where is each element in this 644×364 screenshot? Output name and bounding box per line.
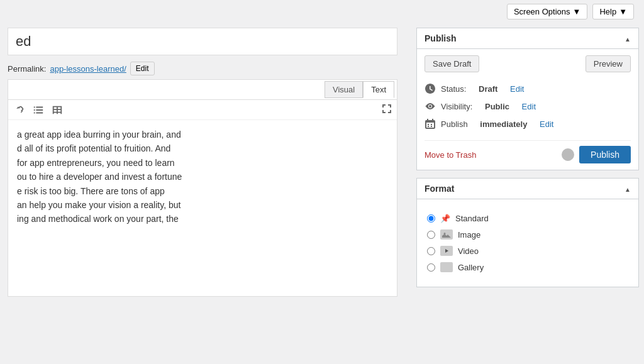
publish-time-label: Publish <box>441 119 468 129</box>
visibility-row: Visibility: Public Edit <box>425 97 631 115</box>
publish-button[interactable]: Publish <box>579 146 631 163</box>
tab-text[interactable]: Text <box>363 81 394 98</box>
svg-rect-6 <box>447 268 451 271</box>
status-row: Status: Draft Edit <box>425 80 631 97</box>
publish-box-content: Save Draft Preview Status: Draft Edit <box>417 49 638 170</box>
publish-right: Publish <box>562 146 631 163</box>
publish-actions: Save Draft Preview <box>425 55 631 72</box>
format-item-image: Image <box>427 226 628 243</box>
publish-box: Publish Save Draft Preview Status: Draft <box>416 28 639 170</box>
format-radio-standard[interactable] <box>427 214 435 223</box>
screen-options-button[interactable]: Screen Options ▼ <box>507 4 587 19</box>
status-icon <box>425 83 436 94</box>
format-list: 📌 Standard Image Vide <box>425 206 631 280</box>
format-box-content: 📌 Standard Image Vide <box>417 199 638 287</box>
help-label: Help <box>599 7 616 16</box>
screen-options-label: Screen Options <box>514 7 570 16</box>
format-label-image[interactable]: Image <box>458 230 480 240</box>
standard-pin-icon: 📌 <box>440 214 450 223</box>
publish-footer: Move to Trash Publish <box>425 140 631 163</box>
post-title-input[interactable]: ed <box>8 28 397 55</box>
list-icon[interactable] <box>32 105 45 115</box>
publish-collapse-icon <box>625 33 631 43</box>
editor-container: Visual Text a great app idea burring in … <box>8 79 397 297</box>
video-format-icon <box>440 246 453 256</box>
gallery-format-icon <box>440 262 453 272</box>
image-format-icon <box>440 229 453 240</box>
tab-visual[interactable]: Visual <box>325 81 363 98</box>
editor-tabs: Visual Text <box>8 80 397 100</box>
content-line-5: e risk is too big. There are tons of app <box>17 184 388 198</box>
unlink-icon[interactable] <box>13 105 26 115</box>
content-line-6: an help you make your vision a reality, … <box>17 198 388 212</box>
status-edit-link[interactable]: Edit <box>510 84 524 94</box>
post-title-text: ed <box>16 33 31 49</box>
editor-toolbar <box>8 100 397 120</box>
help-chevron-icon: ▼ <box>619 7 627 16</box>
move-to-trash-button[interactable]: Move to Trash <box>425 150 476 160</box>
publish-box-header[interactable]: Publish <box>417 28 638 49</box>
fullscreen-icon[interactable] <box>382 104 392 116</box>
spinner <box>562 148 574 161</box>
visibility-edit-link[interactable]: Edit <box>522 102 536 111</box>
svg-rect-5 <box>447 264 451 267</box>
table-icon[interactable] <box>51 105 64 115</box>
editor-content-area[interactable]: a great app idea burring in your brain, … <box>8 120 397 296</box>
format-label-gallery[interactable]: Gallery <box>458 263 484 272</box>
visibility-value: Public <box>485 102 509 111</box>
format-radio-video[interactable] <box>427 247 435 255</box>
sidebar: Publish Save Draft Preview Status: Draft <box>411 23 644 364</box>
permalink-row: Permalink: app-lessons-learned/ Edit <box>8 62 395 75</box>
publish-box-title: Publish <box>425 33 457 43</box>
format-box: Format 📌 Standard Image <box>416 178 639 287</box>
main-editor-area: ed Permalink: app-lessons-learned/ Edit … <box>0 23 402 364</box>
editor-icons-left <box>13 105 64 115</box>
svg-rect-4 <box>442 264 447 270</box>
publish-time-value: immediately <box>480 119 527 129</box>
publish-time-row: Publish immediately Edit <box>425 115 631 133</box>
save-draft-button[interactable]: Save Draft <box>425 55 479 72</box>
permalink-edit-button[interactable]: Edit <box>130 62 155 75</box>
format-item-standard: 📌 Standard <box>427 211 628 226</box>
visibility-icon <box>425 101 436 112</box>
permalink-link[interactable]: app-lessons-learned/ <box>50 64 126 74</box>
preview-button[interactable]: Preview <box>586 55 631 72</box>
content-line-1: a great app idea burring in your brain, … <box>17 128 388 141</box>
calendar-icon <box>425 118 436 130</box>
format-label-standard[interactable]: Standard <box>455 214 489 223</box>
format-radio-gallery[interactable] <box>427 263 435 272</box>
format-collapse-icon <box>625 184 631 194</box>
format-box-header[interactable]: Format <box>417 179 638 199</box>
format-radio-image[interactable] <box>427 231 435 239</box>
format-box-title: Format <box>425 184 454 194</box>
visibility-label: Visibility: <box>441 102 472 111</box>
screen-options-chevron-icon: ▼ <box>573 7 581 16</box>
top-bar: Screen Options ▼ Help ▼ <box>0 0 644 23</box>
format-item-gallery: Gallery <box>427 259 628 275</box>
format-item-video: Video <box>427 243 628 259</box>
permalink-prefix-label: Permalink: <box>8 64 46 74</box>
help-button[interactable]: Help ▼ <box>592 4 634 19</box>
status-value: Draft <box>479 84 497 94</box>
publish-time-edit-link[interactable]: Edit <box>540 119 553 129</box>
content-line-7: ing and methodical work on your part, th… <box>17 212 388 226</box>
status-label: Status: <box>441 84 466 94</box>
format-label-video[interactable]: Video <box>458 246 479 256</box>
content-line-2: d all of its profit potential to fruitio… <box>17 141 388 155</box>
content-line-4: ou to hire a developer and invest a fort… <box>17 170 388 184</box>
content-line-3: for app entrepreneurs, you need to learn <box>17 156 388 170</box>
publish-meta-rows: Status: Draft Edit Visibility: Public Ed… <box>425 80 631 133</box>
